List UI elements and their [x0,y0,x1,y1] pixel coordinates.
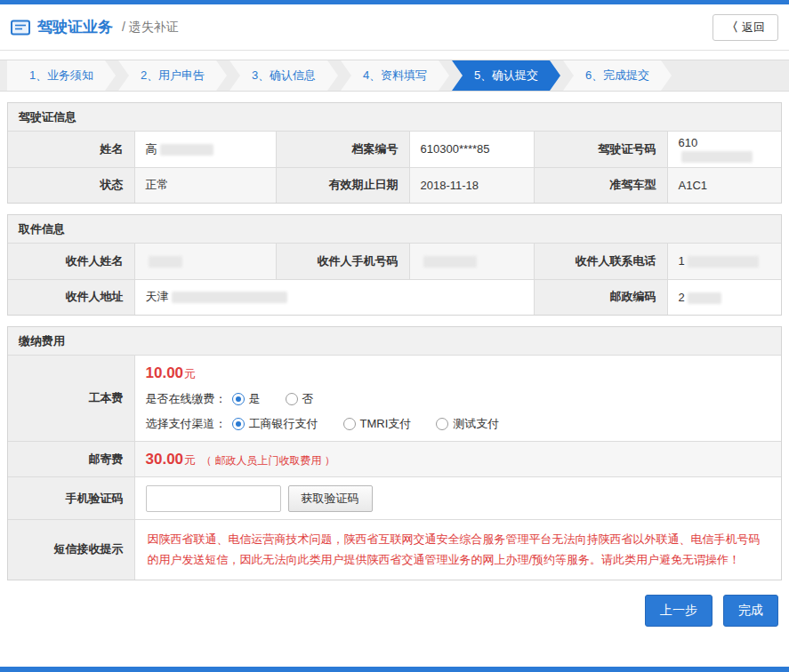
recipient-phone-label: 收件人联系电话 [534,244,667,279]
license-no-label: 驾驶证号码 [534,132,667,167]
table-row: 姓名 高 档案编号 610300****85 驾驶证号码 610 [8,132,781,167]
redacted-text [688,292,721,304]
postal-code-label: 邮政编码 [534,279,667,315]
redacted-text [172,292,287,303]
sms-notice-label: 短信接收提示 [8,520,134,580]
cost-currency: 元 [184,367,196,380]
fees-table: 工本费 10.00元 是否在线缴费： 是 否 选 [8,356,781,580]
footer-actions: 上一步 完成 [0,595,778,627]
redacted-text [681,151,753,163]
table-row: 工本费 10.00元 是否在线缴费： 是 否 选 [8,356,781,442]
pay-channel-row: 选择支付渠道： 工商银行支付 TMRI支付 测试支付 [146,416,771,432]
sms-notice-text: 因陕西省联通、电信运营商技术问题，陕西省互联网交通安全综合服务管理平台无法向持陕… [146,524,771,576]
header: 驾驶证业务 / 遗失补证 〈 返回 [0,4,789,51]
postage-fee-cell: 30.00元（ 邮政人员上门收取费用 ） [134,442,781,477]
postage-fee-label: 邮寄费 [8,442,134,477]
channel-test-label: 测试支付 [453,416,499,432]
online-pay-question: 是否在线缴费： [146,391,227,407]
channel-icbc-label: 工商银行支付 [249,416,318,432]
radio-checked-icon [232,418,245,430]
step-5-confirm-submit[interactable]: 5、确认提交 [452,60,560,91]
redacted-text [149,256,182,268]
steps-bar: 1、业务须知 2、用户申告 3、确认信息 4、资料填写 5、确认提交 6、完成提… [0,60,789,92]
radio-unchecked-icon [436,418,448,430]
cost-fee-price: 10.00元 [146,364,771,382]
license-info-section: 驾驶证信息 姓名 高 档案编号 610300****85 驾驶证号码 610 状… [7,102,782,204]
captcha-label: 手机验证码 [8,477,134,520]
get-captcha-button[interactable]: 获取验证码 [288,485,373,512]
sms-notice-cell: 因陕西省联通、电信运营商技术问题，陕西省互联网交通安全综合服务管理平台无法向持陕… [134,520,781,580]
channel-tmri-option[interactable]: TMRI支付 [343,416,412,432]
header-title-group: 驾驶证业务 / 遗失补证 [11,17,179,37]
redacted-text [423,256,477,268]
file-no-value: 610300****85 [409,132,534,167]
step-4-fill-data[interactable]: 4、资料填写 [341,60,449,91]
finish-button[interactable]: 完成 [723,595,778,627]
pickup-info-table: 收件人姓名 收件人手机号码 收件人联系电话 1 收件人地址 天津 邮政编码 2 [8,244,781,315]
redacted-text [688,256,759,268]
radio-unchecked-icon [286,393,298,405]
captcha-cell: 获取验证码 [134,477,781,520]
license-section-title: 驾驶证信息 [8,103,781,132]
fees-section: 缴纳费用 工本费 10.00元 是否在线缴费： 是 否 [7,326,782,580]
step-2-user-declaration[interactable]: 2、用户申告 [118,60,227,91]
step-1-business-notice[interactable]: 1、业务须知 [7,60,116,91]
license-info-table: 姓名 高 档案编号 610300****85 驾驶证号码 610 状态 正常 有… [8,132,781,203]
vehicle-class-label: 准驾车型 [534,167,667,203]
recipient-address-label: 收件人地址 [8,279,134,315]
recipient-mobile-label: 收件人手机号码 [276,244,409,279]
status-value: 正常 [134,167,276,203]
cost-amount: 10.00 [146,364,184,381]
page-title: 驾驶证业务 [37,17,113,37]
page-subtitle: / 遗失补证 [122,20,179,36]
channel-test-option[interactable]: 测试支付 [436,416,499,432]
cost-fee-cell: 10.00元 是否在线缴费： 是 否 选择支付渠道： [134,356,781,442]
previous-step-button[interactable]: 上一步 [645,595,713,627]
table-row: 收件人地址 天津 邮政编码 2 [8,279,781,315]
status-label: 状态 [8,167,134,203]
bottom-accent-bar [0,667,789,672]
pickup-info-section: 取件信息 收件人姓名 收件人手机号码 收件人联系电话 1 收件人地址 天津 邮政… [7,214,782,316]
table-row: 邮寄费 30.00元（ 邮政人员上门收取费用 ） [8,442,781,477]
channel-tmri-label: TMRI支付 [360,416,412,432]
cost-fee-label: 工本费 [8,356,134,442]
back-chevron-icon: 〈 [726,20,738,36]
step-6-complete-submit[interactable]: 6、完成提交 [563,60,672,91]
license-no-value: 610 [667,132,781,167]
pickup-section-title: 取件信息 [8,215,781,244]
back-button-label: 返回 [742,20,765,36]
captcha-input[interactable] [146,485,281,512]
name-value: 高 [134,132,276,167]
recipient-address-value: 天津 [134,279,534,315]
recipient-name-value [134,244,276,279]
vehicle-class-value: A1C1 [667,167,781,203]
online-pay-no-label: 否 [302,391,314,407]
postage-amount: 30.00 [146,451,184,468]
postal-code-value: 2 [667,279,781,315]
expiry-label: 有效期止日期 [276,167,409,203]
postage-currency: 元 [184,453,196,467]
postage-note: （ 邮政人员上门收取费用 ） [201,454,335,467]
online-pay-yes-option[interactable]: 是 [232,391,261,407]
step-3-confirm-info[interactable]: 3、确认信息 [229,60,338,91]
recipient-mobile-value [409,244,534,279]
fees-section-title: 缴纳费用 [8,327,781,356]
recipient-name-label: 收件人姓名 [8,244,134,279]
recipient-phone-value: 1 [667,244,781,279]
table-row: 手机验证码 获取验证码 [8,477,781,520]
back-button[interactable]: 〈 返回 [713,14,778,41]
pay-channel-question: 选择支付渠道： [146,416,227,432]
table-row: 收件人姓名 收件人手机号码 收件人联系电话 1 [8,244,781,279]
channel-icbc-option[interactable]: 工商银行支付 [232,416,318,432]
expiry-value: 2018-11-18 [409,167,534,203]
license-business-icon [11,20,30,36]
radio-checked-icon [232,393,245,405]
online-pay-no-option[interactable]: 否 [286,391,314,407]
table-row: 状态 正常 有效期止日期 2018-11-18 准驾车型 A1C1 [8,167,781,203]
table-row: 短信接收提示 因陕西省联通、电信运营商技术问题，陕西省互联网交通安全综合服务管理… [8,520,781,580]
name-label: 姓名 [8,132,134,167]
file-no-label: 档案编号 [276,132,409,167]
online-pay-row: 是否在线缴费： 是 否 [146,391,771,407]
radio-unchecked-icon [343,418,356,430]
online-pay-yes-label: 是 [249,391,261,407]
